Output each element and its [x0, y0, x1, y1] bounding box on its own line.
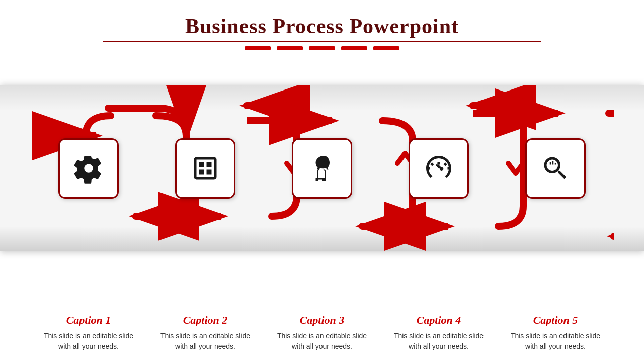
icon-box-1: [58, 138, 119, 199]
calculator-icon: [190, 153, 220, 184]
dot-dash-3: [309, 46, 335, 50]
caption-title-3: Caption 3: [274, 314, 370, 327]
caption-title-4: Caption 4: [391, 314, 487, 327]
caption-text-5: This slide is an editable slide with all…: [508, 331, 603, 352]
caption-text-3: This slide is an editable slide with all…: [274, 331, 370, 352]
caption-item-4: Caption 4 This slide is an editable slid…: [391, 314, 487, 352]
dot-dash-2: [277, 46, 303, 50]
main-title: Business Process Powerpoint: [0, 14, 644, 38]
dot-dash-5: [373, 46, 399, 50]
title-underline: [103, 41, 541, 42]
caption-text-4: This slide is an editable slide with all…: [391, 331, 487, 352]
dot-dash-4: [341, 46, 367, 50]
slide: Business Process Powerpoint: [0, 0, 644, 362]
icon-box-2: [175, 138, 235, 199]
caption-text-1: This slide is an editable slide with all…: [41, 331, 136, 352]
caption-item-2: Caption 2 This slide is an editable slid…: [157, 314, 253, 352]
caption-item-3: Caption 3 This slide is an editable slid…: [274, 314, 370, 352]
caption-item-1: Caption 1 This slide is an editable slid…: [41, 314, 136, 352]
caption-text-2: This slide is an editable slide with all…: [157, 331, 253, 352]
caption-title-1: Caption 1: [41, 314, 136, 327]
caption-title-2: Caption 2: [157, 314, 253, 327]
speedometer-icon: [424, 153, 454, 184]
brain-gear-icon: [307, 153, 337, 184]
title-section: Business Process Powerpoint: [0, 0, 644, 50]
gear-icon: [73, 153, 104, 184]
captions-section: Caption 1 This slide is an editable slid…: [30, 314, 614, 352]
caption-title-5: Caption 5: [508, 314, 603, 327]
icon-box-3: [292, 138, 352, 199]
caption-item-5: Caption 5 This slide is an editable slid…: [508, 314, 603, 352]
icon-box-4: [409, 138, 469, 199]
dots-row: [0, 46, 644, 50]
icon-boxes: [30, 85, 614, 251]
dot-dash-1: [245, 46, 271, 50]
search-chart-icon: [540, 153, 571, 184]
icon-box-5: [525, 138, 586, 199]
